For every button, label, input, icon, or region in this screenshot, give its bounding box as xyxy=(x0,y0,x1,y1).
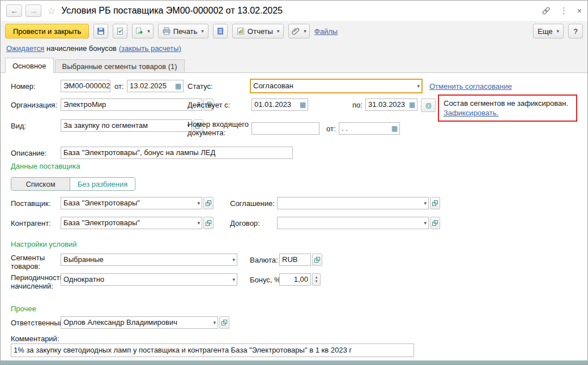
agreement-select[interactable]: ▾ xyxy=(277,197,429,209)
chevron-down-icon[interactable]: ▾ xyxy=(424,217,427,229)
counterparty-select[interactable]: База "Электротовары" ▾ xyxy=(61,217,202,229)
bonus-spinner[interactable]: ▲ ▼ xyxy=(312,273,321,286)
spin-up-icon[interactable]: ▲ xyxy=(315,276,318,280)
valid-from-input[interactable]: 01.01.2023 ▦ xyxy=(252,98,308,111)
chevron-down-icon[interactable]: ▾ xyxy=(201,28,204,34)
responsible-value: Орлов Александр Владимирович xyxy=(63,318,177,327)
incoming-date-input[interactable]: . . ▦ xyxy=(339,122,400,135)
chevron-down-icon[interactable]: ▾ xyxy=(213,317,216,328)
window-menu-button[interactable]: ⋮ xyxy=(560,6,568,16)
currency-input[interactable]: RUB xyxy=(279,254,311,266)
status-select[interactable]: Согласован ▾ xyxy=(250,79,423,93)
counterparty-label: Контрагент: xyxy=(11,219,51,227)
date-value: 01.01.2023 xyxy=(254,100,291,109)
number-date-input[interactable]: 13.02.2025 ▦ xyxy=(127,80,184,92)
chevron-down-icon[interactable]: ▾ xyxy=(197,197,200,209)
chevron-down-icon[interactable]: ▾ xyxy=(417,80,420,92)
status-label: Статус: xyxy=(188,82,213,91)
chevron-down-icon[interactable]: ▾ xyxy=(232,274,235,285)
toggle-no-split-button[interactable]: Без разбиения xyxy=(70,178,135,190)
tab-bar: Основное Выбранные сегменты товаров (1) xyxy=(1,57,587,73)
supplier-open-button[interactable] xyxy=(203,197,214,209)
kind-label: Вид: xyxy=(11,122,26,130)
responsible-open-button[interactable] xyxy=(219,316,229,329)
open-form-icon xyxy=(432,200,438,206)
fix-segments-link[interactable]: Зафиксировать. xyxy=(444,109,498,117)
number-input[interactable]: ЭМ00-000002 xyxy=(61,80,110,92)
pending-bonus-link[interactable]: Ожидается xyxy=(6,44,44,53)
contract-select[interactable]: ▾ xyxy=(277,217,429,229)
number-date-label: от: xyxy=(114,82,124,91)
link-chain-icon xyxy=(542,6,551,15)
currency-open-button[interactable] xyxy=(312,254,322,266)
kind-value: За закупку по сегментам xyxy=(63,121,148,130)
spin-down-icon[interactable]: ▼ xyxy=(315,280,318,284)
segments-select[interactable]: Выбранные ▾ xyxy=(61,254,237,266)
chevron-down-icon[interactable]: ▾ xyxy=(424,197,427,209)
files-link[interactable]: Файлы xyxy=(314,27,338,36)
counterparty-open-button[interactable] xyxy=(203,217,214,229)
incoming-number-label: Номер входящего документа: xyxy=(188,120,250,137)
kind-select[interactable]: За закупку по сегментам ▾ xyxy=(61,119,192,132)
journal-icon xyxy=(216,27,224,35)
back-button[interactable]: ← xyxy=(6,5,22,17)
create-based-on-button[interactable]: ▾ xyxy=(132,24,154,38)
reports-button[interactable]: Отчеты ▾ xyxy=(232,24,284,38)
chevron-down-icon[interactable]: ▾ xyxy=(197,217,200,229)
date-value: . . xyxy=(342,124,348,132)
calendar-icon[interactable]: ▦ xyxy=(175,80,181,92)
help-button[interactable]: ? xyxy=(568,24,583,38)
open-form-icon xyxy=(314,257,320,263)
supplier-select[interactable]: База "Электротовары" ▾ xyxy=(61,197,202,209)
organization-label: Организация: xyxy=(11,101,57,109)
chevron-down-icon[interactable]: ▾ xyxy=(556,28,559,34)
agreement-open-button[interactable] xyxy=(430,197,440,209)
chevron-down-icon[interactable]: ▾ xyxy=(304,28,306,34)
journal-button[interactable] xyxy=(213,24,228,38)
close-button[interactable]: × xyxy=(577,6,582,15)
favorite-star-icon[interactable]: ☆ xyxy=(47,5,56,17)
more-button[interactable]: Еще ▾ xyxy=(533,24,564,38)
chevron-down-icon[interactable]: ▾ xyxy=(147,28,150,34)
contract-open-button[interactable] xyxy=(430,217,440,229)
organization-select[interactable]: ЭлектроМир ▾ xyxy=(61,98,202,111)
post-button[interactable] xyxy=(113,24,127,38)
reports-label: Отчеты xyxy=(248,27,273,36)
get-link-button[interactable] xyxy=(542,6,551,15)
calendar-icon[interactable]: ▦ xyxy=(300,99,306,110)
save-button[interactable] xyxy=(93,24,108,38)
attachments-button[interactable]: ▾ xyxy=(288,24,310,38)
tab-selected-segments[interactable]: Выбранные сегменты товаров (1) xyxy=(55,59,185,72)
bonus-input[interactable]: 1,00 xyxy=(279,273,311,286)
comment-input[interactable]: 1% за закупку светодиодных ламп у постав… xyxy=(11,343,414,357)
section-title-supplier: Данные поставщика xyxy=(11,162,80,170)
responsible-select[interactable]: Орлов Александр Владимирович ▾ xyxy=(61,316,218,329)
chevron-down-icon[interactable]: ▾ xyxy=(232,254,235,265)
status-value: Согласован xyxy=(253,81,293,90)
print-label: Печать xyxy=(173,27,198,36)
segments-alert-box: Состав сегментов не зафиксирован. Зафикс… xyxy=(438,95,577,122)
chevron-down-icon[interactable]: ▾ xyxy=(277,28,280,34)
comment-label: Комментарий: xyxy=(11,334,59,343)
close-calculations-link[interactable]: (закрыть расчеты) xyxy=(119,44,181,53)
forward-button[interactable]: → xyxy=(25,5,41,17)
command-bar: Провести и закрыть ▾ Печать ▾ xyxy=(1,21,587,41)
history-button[interactable]: (()) xyxy=(421,98,436,112)
description-input[interactable]: База "Электротовары", бонус на лампы ЛЕД xyxy=(61,147,293,159)
valid-to-input[interactable]: 31.03.2023 ▦ xyxy=(365,98,417,111)
post-and-close-button[interactable]: Провести и закрыть xyxy=(5,24,89,38)
bonus-label: Бонус, %: xyxy=(250,276,283,284)
cancel-approval-link[interactable]: Отменить согласование xyxy=(429,82,512,91)
calendar-icon[interactable]: ▦ xyxy=(409,99,415,110)
description-label: Описание: xyxy=(11,149,46,157)
kebab-menu-icon: ⋮ xyxy=(560,6,568,16)
date-value: 31.03.2023 xyxy=(368,100,405,109)
page-title: Условия РБ поставщика ЭМ00-000002 от 13.… xyxy=(61,6,283,16)
tab-main[interactable]: Основное xyxy=(5,58,54,73)
responsible-label: Ответственный: xyxy=(11,319,65,327)
calendar-icon[interactable]: ▦ xyxy=(391,123,398,134)
incoming-number-input[interactable] xyxy=(252,122,319,135)
periodicity-select[interactable]: Однократно ▾ xyxy=(61,273,237,286)
toggle-list-button[interactable]: Списком xyxy=(11,178,70,190)
print-button[interactable]: Печать ▾ xyxy=(158,24,208,38)
